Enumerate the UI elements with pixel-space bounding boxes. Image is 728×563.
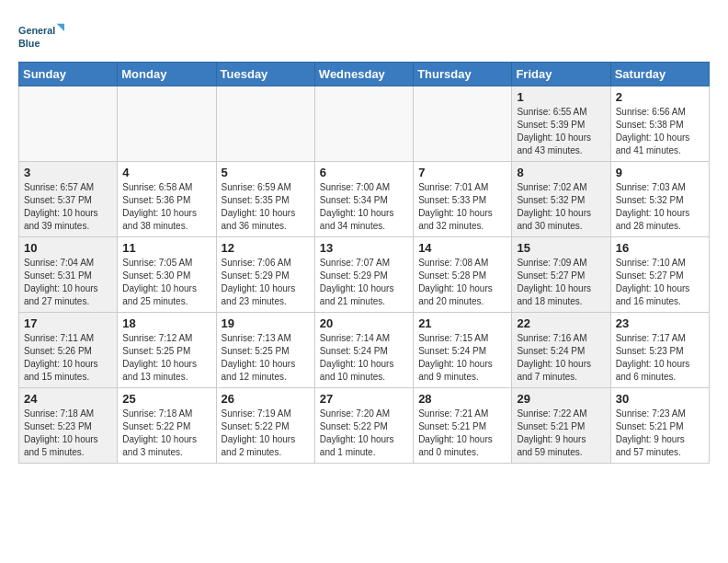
day-info: Sunrise: 7:12 AMSunset: 5:25 PMDaylight:… xyxy=(122,332,210,384)
day-number: 5 xyxy=(222,166,310,179)
logo-svg: General Blue xyxy=(18,17,64,54)
day-cell: 23Sunrise: 7:17 AMSunset: 5:23 PMDayligh… xyxy=(610,313,709,388)
day-info: Sunrise: 7:03 AMSunset: 5:32 PMDaylight:… xyxy=(616,181,704,233)
day-info: Sunrise: 6:58 AMSunset: 5:36 PMDaylight:… xyxy=(122,181,210,233)
day-number: 25 xyxy=(122,392,210,406)
day-info: Sunrise: 7:04 AMSunset: 5:31 PMDaylight:… xyxy=(24,257,112,308)
day-info: Sunrise: 7:17 AMSunset: 5:23 PMDaylight:… xyxy=(616,332,704,384)
day-number: 23 xyxy=(616,316,704,330)
day-number: 17 xyxy=(24,316,112,330)
svg-text:General: General xyxy=(18,25,55,36)
day-cell: 6Sunrise: 7:00 AMSunset: 5:34 PMDaylight… xyxy=(314,162,413,237)
week-row-3: 10Sunrise: 7:04 AMSunset: 5:31 PMDayligh… xyxy=(19,237,710,313)
day-number: 14 xyxy=(418,241,506,255)
day-number: 29 xyxy=(517,392,605,406)
day-info: Sunrise: 7:21 AMSunset: 5:21 PMDaylight:… xyxy=(418,408,506,459)
logo: General Blue xyxy=(18,17,64,54)
day-cell: 3Sunrise: 6:57 AMSunset: 5:37 PMDaylight… xyxy=(19,162,118,237)
day-info: Sunrise: 7:00 AMSunset: 5:34 PMDaylight:… xyxy=(320,181,408,233)
svg-marker-2 xyxy=(57,24,64,31)
day-cell: 28Sunrise: 7:21 AMSunset: 5:21 PMDayligh… xyxy=(414,388,512,464)
day-cell: 27Sunrise: 7:20 AMSunset: 5:22 PMDayligh… xyxy=(314,388,413,464)
day-number: 27 xyxy=(320,392,408,406)
day-number: 1 xyxy=(517,90,605,104)
day-number: 24 xyxy=(24,392,112,406)
day-number: 8 xyxy=(517,166,605,179)
day-cell: 10Sunrise: 7:04 AMSunset: 5:31 PMDayligh… xyxy=(19,237,118,313)
day-cell: 29Sunrise: 7:22 AMSunset: 5:21 PMDayligh… xyxy=(512,388,610,464)
day-number: 10 xyxy=(24,241,112,255)
weekday-header-monday: Monday xyxy=(118,63,216,86)
day-number: 16 xyxy=(616,241,704,255)
day-number: 2 xyxy=(616,90,704,104)
day-info: Sunrise: 7:02 AMSunset: 5:32 PMDaylight:… xyxy=(517,181,605,233)
day-number: 18 xyxy=(122,316,210,330)
day-number: 22 xyxy=(517,316,605,330)
day-info: Sunrise: 7:11 AMSunset: 5:26 PMDaylight:… xyxy=(24,332,112,384)
day-info: Sunrise: 7:19 AMSunset: 5:22 PMDaylight:… xyxy=(222,408,310,459)
day-cell: 5Sunrise: 6:59 AMSunset: 5:35 PMDaylight… xyxy=(216,162,314,237)
day-cell xyxy=(118,86,216,162)
day-cell: 18Sunrise: 7:12 AMSunset: 5:25 PMDayligh… xyxy=(118,313,216,388)
day-cell xyxy=(19,86,118,162)
day-number: 13 xyxy=(320,241,408,255)
day-cell: 12Sunrise: 7:06 AMSunset: 5:29 PMDayligh… xyxy=(216,237,314,313)
day-cell: 25Sunrise: 7:18 AMSunset: 5:22 PMDayligh… xyxy=(118,388,216,464)
day-cell: 22Sunrise: 7:16 AMSunset: 5:24 PMDayligh… xyxy=(512,313,610,388)
day-info: Sunrise: 7:22 AMSunset: 5:21 PMDaylight:… xyxy=(517,408,605,459)
day-info: Sunrise: 7:15 AMSunset: 5:24 PMDaylight:… xyxy=(418,332,506,384)
day-info: Sunrise: 7:23 AMSunset: 5:21 PMDaylight:… xyxy=(616,408,704,459)
weekday-header-thursday: Thursday xyxy=(414,63,512,86)
day-info: Sunrise: 7:20 AMSunset: 5:22 PMDaylight:… xyxy=(320,408,408,459)
day-number: 4 xyxy=(122,166,210,179)
day-info: Sunrise: 7:13 AMSunset: 5:25 PMDaylight:… xyxy=(222,332,310,384)
day-cell: 11Sunrise: 7:05 AMSunset: 5:30 PMDayligh… xyxy=(118,237,216,313)
day-cell: 30Sunrise: 7:23 AMSunset: 5:21 PMDayligh… xyxy=(610,388,709,464)
weekday-header-friday: Friday xyxy=(512,63,610,86)
day-cell: 26Sunrise: 7:19 AMSunset: 5:22 PMDayligh… xyxy=(216,388,314,464)
week-row-5: 24Sunrise: 7:18 AMSunset: 5:23 PMDayligh… xyxy=(19,388,710,464)
day-cell: 7Sunrise: 7:01 AMSunset: 5:33 PMDaylight… xyxy=(414,162,512,237)
week-row-1: 1Sunrise: 6:55 AMSunset: 5:39 PMDaylight… xyxy=(19,86,710,162)
day-cell: 1Sunrise: 6:55 AMSunset: 5:39 PMDaylight… xyxy=(512,86,610,162)
day-number: 21 xyxy=(418,316,506,330)
day-cell xyxy=(314,86,413,162)
week-row-4: 17Sunrise: 7:11 AMSunset: 5:26 PMDayligh… xyxy=(19,313,710,388)
day-info: Sunrise: 6:55 AMSunset: 5:39 PMDaylight:… xyxy=(517,106,605,157)
day-cell: 16Sunrise: 7:10 AMSunset: 5:27 PMDayligh… xyxy=(610,237,709,313)
day-cell: 9Sunrise: 7:03 AMSunset: 5:32 PMDaylight… xyxy=(610,162,709,237)
day-cell: 21Sunrise: 7:15 AMSunset: 5:24 PMDayligh… xyxy=(414,313,512,388)
day-cell: 2Sunrise: 6:56 AMSunset: 5:38 PMDaylight… xyxy=(610,86,709,162)
day-number: 9 xyxy=(616,166,704,179)
day-info: Sunrise: 7:05 AMSunset: 5:30 PMDaylight:… xyxy=(122,257,210,308)
day-cell: 15Sunrise: 7:09 AMSunset: 5:27 PMDayligh… xyxy=(512,237,610,313)
day-number: 26 xyxy=(222,392,310,406)
day-info: Sunrise: 7:18 AMSunset: 5:22 PMDaylight:… xyxy=(122,408,210,459)
day-cell: 14Sunrise: 7:08 AMSunset: 5:28 PMDayligh… xyxy=(414,237,512,313)
day-number: 30 xyxy=(616,392,704,406)
day-cell: 24Sunrise: 7:18 AMSunset: 5:23 PMDayligh… xyxy=(19,388,118,464)
day-number: 6 xyxy=(320,166,408,179)
day-info: Sunrise: 6:57 AMSunset: 5:37 PMDaylight:… xyxy=(24,181,112,233)
day-info: Sunrise: 6:59 AMSunset: 5:35 PMDaylight:… xyxy=(222,181,310,233)
weekday-header-saturday: Saturday xyxy=(610,63,709,86)
weekday-header-sunday: Sunday xyxy=(19,63,118,86)
day-info: Sunrise: 7:08 AMSunset: 5:28 PMDaylight:… xyxy=(418,257,506,308)
day-number: 28 xyxy=(418,392,506,406)
day-cell: 8Sunrise: 7:02 AMSunset: 5:32 PMDaylight… xyxy=(512,162,610,237)
weekday-header-tuesday: Tuesday xyxy=(216,63,314,86)
day-info: Sunrise: 7:07 AMSunset: 5:29 PMDaylight:… xyxy=(320,257,408,308)
calendar-table: SundayMondayTuesdayWednesdayThursdayFrid… xyxy=(18,62,710,464)
day-info: Sunrise: 7:14 AMSunset: 5:24 PMDaylight:… xyxy=(320,332,408,384)
day-info: Sunrise: 7:06 AMSunset: 5:29 PMDaylight:… xyxy=(222,257,310,308)
day-info: Sunrise: 7:16 AMSunset: 5:24 PMDaylight:… xyxy=(517,332,605,384)
day-number: 11 xyxy=(122,241,210,255)
day-cell: 4Sunrise: 6:58 AMSunset: 5:36 PMDaylight… xyxy=(118,162,216,237)
svg-text:Blue: Blue xyxy=(18,38,40,49)
weekday-header-wednesday: Wednesday xyxy=(314,63,413,86)
day-cell: 20Sunrise: 7:14 AMSunset: 5:24 PMDayligh… xyxy=(314,313,413,388)
day-cell: 19Sunrise: 7:13 AMSunset: 5:25 PMDayligh… xyxy=(216,313,314,388)
day-number: 15 xyxy=(517,241,605,255)
day-info: Sunrise: 6:56 AMSunset: 5:38 PMDaylight:… xyxy=(616,106,704,157)
day-info: Sunrise: 7:09 AMSunset: 5:27 PMDaylight:… xyxy=(517,257,605,308)
